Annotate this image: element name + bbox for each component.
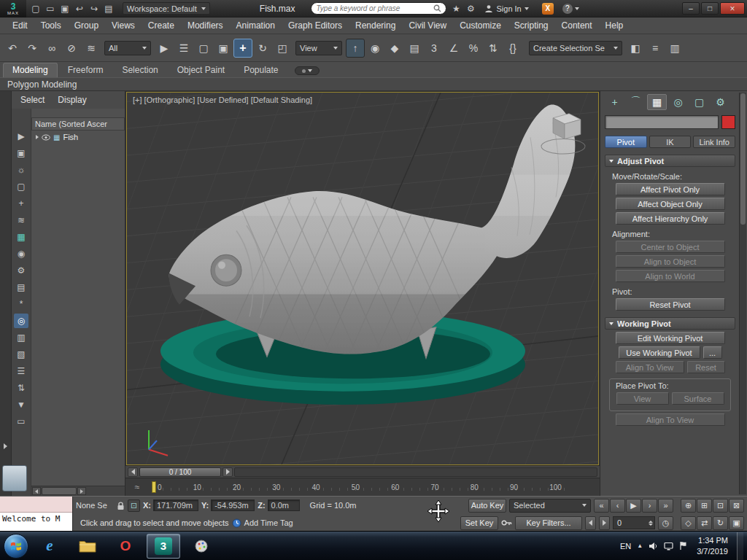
se-select-icon[interactable]: ▶ bbox=[14, 129, 28, 144]
save-file-icon[interactable]: ▣ bbox=[58, 2, 71, 15]
menu-item[interactable]: Tools bbox=[34, 20, 68, 31]
frame-number-field[interactable]: 0 bbox=[613, 516, 655, 529]
affect-pivot-only-button[interactable]: Affect Pivot Only bbox=[616, 183, 725, 195]
select-object-icon[interactable]: ▶ bbox=[155, 39, 174, 58]
minimize-button[interactable]: – bbox=[682, 2, 700, 15]
se-filter-icon[interactable]: ▼ bbox=[14, 397, 28, 412]
ribbon-collapse-pill[interactable] bbox=[295, 66, 320, 75]
expand-icon[interactable] bbox=[36, 135, 39, 139]
current-frame-marker[interactable] bbox=[152, 481, 156, 493]
key-selection-dropdown[interactable]: Selected bbox=[509, 499, 591, 513]
menu-item[interactable]: Create bbox=[142, 20, 181, 31]
se-display-frozen-icon[interactable]: * bbox=[14, 297, 28, 311]
edit-working-pivot-button[interactable]: Edit Working Pivot bbox=[616, 332, 725, 344]
place-view-button[interactable]: View bbox=[616, 392, 669, 405]
listener-output-pane[interactable]: Welcome to M bbox=[0, 513, 72, 531]
select-and-scale-icon[interactable]: ◰ bbox=[273, 39, 292, 58]
menu-item[interactable]: Civil View bbox=[402, 20, 453, 31]
select-and-manipulate-icon[interactable]: ◆ bbox=[385, 39, 404, 58]
workspace-dropdown[interactable]: Workspace: Default bbox=[123, 2, 210, 15]
selection-lock-icon[interactable] bbox=[117, 501, 125, 510]
next-key-button[interactable] bbox=[599, 516, 610, 530]
project-folder-icon[interactable]: ▤ bbox=[102, 2, 115, 15]
display-panel-icon[interactable]: ▢ bbox=[689, 94, 709, 110]
volume-icon[interactable] bbox=[649, 542, 658, 551]
exchange-store-icon[interactable]: X bbox=[542, 3, 554, 15]
ribbon-tab[interactable]: Object Paint bbox=[169, 63, 233, 77]
align-to-world-button[interactable]: Align to World bbox=[616, 270, 725, 282]
se-display-geometry-icon[interactable]: ▣ bbox=[14, 146, 28, 160]
menu-item[interactable]: Rendering bbox=[349, 20, 402, 31]
affect-object-only-button[interactable]: Affect Object Only bbox=[616, 198, 725, 210]
column-header-name[interactable]: Name (Sorted Ascer bbox=[31, 117, 125, 131]
search-input[interactable] bbox=[316, 4, 433, 12]
window-crossing-icon[interactable]: ▣ bbox=[214, 39, 233, 58]
maxscript-mini-listener[interactable]: Welcome to M bbox=[0, 497, 73, 531]
scrollbar-thumb[interactable] bbox=[42, 487, 77, 495]
menu-item[interactable]: Customize bbox=[453, 20, 508, 31]
fov-icon[interactable]: ◇ bbox=[681, 516, 696, 530]
menu-item[interactable]: Modifiers bbox=[181, 20, 230, 31]
key-icon[interactable] bbox=[501, 519, 512, 526]
redo-icon[interactable]: ↷ bbox=[23, 39, 42, 58]
app-logo[interactable]: 3 MAX bbox=[0, 0, 26, 18]
horizontal-scrollbar[interactable] bbox=[31, 486, 125, 496]
scroll-right-icon[interactable] bbox=[77, 487, 86, 495]
scene-explorer-menu[interactable]: Display bbox=[58, 95, 86, 105]
zoom-extents-all-icon[interactable]: ⊠ bbox=[729, 499, 744, 513]
open-file-icon[interactable]: ▭ bbox=[44, 2, 57, 15]
show-desktop-button[interactable] bbox=[737, 532, 743, 560]
z-coordinate-field[interactable]: 0.0m bbox=[268, 499, 300, 511]
se-folder-icon[interactable]: ▭ bbox=[14, 414, 28, 429]
mini-curve-editor-icon[interactable]: ≈ bbox=[125, 482, 149, 492]
taskbar-file-explorer[interactable] bbox=[71, 534, 104, 559]
x-coordinate-field[interactable]: 171.709m bbox=[153, 499, 198, 511]
time-tag-clock-icon[interactable] bbox=[232, 518, 241, 528]
y-coordinate-field[interactable]: -54.953m bbox=[211, 499, 255, 511]
percent-snap-icon[interactable]: % bbox=[464, 39, 483, 58]
go-to-end-button[interactable]: » bbox=[658, 499, 673, 513]
viewport[interactable]: [+] [Orthographic] [User Defined] [Defau… bbox=[126, 92, 599, 465]
start-button[interactable] bbox=[4, 534, 28, 559]
reset-working-pivot-button[interactable]: Reset bbox=[687, 361, 725, 373]
absolute-mode-icon[interactable]: ⊡ bbox=[128, 499, 140, 512]
maximize-button[interactable]: □ bbox=[701, 2, 719, 15]
next-frame-button[interactable]: › bbox=[642, 499, 657, 513]
hierarchy-subtab[interactable]: IK bbox=[649, 136, 692, 148]
se-display-helpers-icon[interactable]: + bbox=[14, 196, 28, 211]
affect-hierarchy-only-button[interactable]: Affect Hierarchy Only bbox=[616, 212, 725, 225]
rollout-header-working-pivot[interactable]: Working Pivot bbox=[605, 317, 735, 330]
menu-item[interactable]: Group bbox=[68, 20, 105, 31]
search-icon[interactable] bbox=[433, 4, 441, 12]
select-by-name-icon[interactable]: ☰ bbox=[174, 39, 193, 58]
named-selection-sets-icon[interactable]: {} bbox=[503, 39, 522, 58]
more-options-button[interactable]: ... bbox=[703, 346, 722, 359]
align-icon[interactable]: ≡ bbox=[646, 39, 665, 58]
selection-set-combo[interactable]: Create Selection Se bbox=[529, 41, 622, 55]
network-icon[interactable] bbox=[664, 542, 673, 551]
ribbon-tab[interactable]: Modeling bbox=[3, 63, 58, 77]
menu-item[interactable]: Content bbox=[555, 20, 599, 31]
se-display-warps-icon[interactable]: ≋ bbox=[14, 213, 28, 228]
se-list-view-icon[interactable]: ☰ bbox=[14, 364, 28, 378]
rectangular-selection-icon[interactable]: ▢ bbox=[194, 39, 213, 58]
add-time-tag[interactable]: Add Time Tag bbox=[244, 518, 293, 527]
menu-item[interactable]: Views bbox=[105, 20, 142, 31]
se-display-grid-icon[interactable]: ▦ bbox=[14, 230, 28, 244]
zoom-extents-icon[interactable]: ⊡ bbox=[713, 499, 728, 513]
se-display-spheres-icon[interactable]: ◉ bbox=[14, 246, 28, 261]
object-name-field[interactable] bbox=[605, 115, 719, 129]
time-slider-track[interactable] bbox=[234, 467, 597, 477]
se-locked-icon[interactable]: ▧ bbox=[14, 347, 28, 362]
menu-item[interactable]: Animation bbox=[230, 20, 282, 31]
se-sync-icon[interactable]: ⇅ bbox=[14, 381, 28, 395]
action-center-flag-icon[interactable] bbox=[679, 541, 688, 551]
menu-item[interactable]: Help bbox=[599, 20, 630, 31]
angle-snap-icon[interactable]: ∠ bbox=[444, 39, 463, 58]
motion-panel-icon[interactable]: ◎ bbox=[668, 94, 688, 110]
scene-explorer-toggle-icon[interactable]: ▥ bbox=[665, 39, 684, 58]
viewport-layout-tab[interactable] bbox=[2, 465, 27, 491]
reset-pivot-button[interactable]: Reset Pivot bbox=[616, 298, 725, 311]
menu-item[interactable]: Edit bbox=[6, 20, 34, 31]
orbit-icon[interactable]: ↻ bbox=[713, 516, 728, 530]
